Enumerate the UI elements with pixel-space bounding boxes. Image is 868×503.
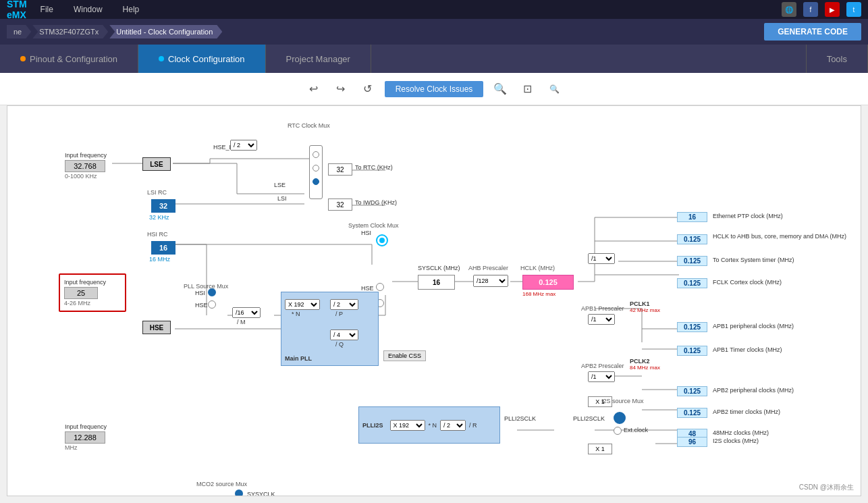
diagram-canvas: Input frequency 0-1000 KHz LSE LSI RC 32… (7, 106, 861, 496)
i2s-mux-radio-2[interactable] (614, 427, 622, 435)
to-rtc-label: To RTC (KHz) (355, 164, 393, 171)
i2s-mux-radio-1[interactable] (614, 412, 626, 424)
ahb-prescaler-select[interactable]: /128 (473, 275, 508, 287)
i2s-clocks-label: I2S clocks (MHz) (713, 438, 759, 444)
enable-css-button[interactable]: Enable CSS (383, 350, 426, 361)
plli2s-n-label: * N (429, 422, 437, 429)
hclk-max-label: 168 MHz max (522, 291, 555, 297)
rtc-radio-3[interactable] (313, 178, 319, 185)
breadcrumb-device[interactable]: STM32F407ZGTx (32, 25, 108, 38)
out-label-5: APB1 Timer clocks (MHz) (713, 346, 782, 353)
div4-select[interactable]: / 4 (330, 329, 358, 340)
pll-hse-radio[interactable] (208, 300, 216, 309)
x192-select[interactable]: X 192 (285, 299, 320, 310)
pclk1-label: PCLK1 (630, 300, 650, 307)
out-val-3: 0.125 (677, 278, 707, 288)
out-val-1: 0.125 (677, 234, 707, 244)
top-bar: STMeMX File Window Help 🌐 f ▶ t (0, 0, 868, 19)
apb1-prescaler-label: APB1 Prescaler (581, 305, 624, 312)
i2s-val-box: 96 (677, 437, 707, 447)
lsi-khz-label: 32 KHz (149, 214, 169, 221)
toolbar: ↩ ↪ ↺ Resolve Clock Issues 🔍 ⊡ 🔍 (0, 73, 868, 105)
out-val-5: 0.125 (677, 346, 707, 356)
tab-dot-pinout (20, 56, 26, 61)
zoom-fit-button[interactable]: ⊡ (517, 79, 537, 99)
redo-button[interactable]: ↪ (331, 79, 351, 99)
input-freq-bot-value[interactable] (65, 431, 105, 444)
out-label-2: To Cortex System timer (MHz) (713, 257, 794, 263)
to-iwdg-label: To IWDG (KHz) (355, 199, 397, 206)
input-freq-lse: Input frequency 0-1000 KHz (65, 152, 107, 180)
zoom-out-button[interactable]: 🔍 (544, 79, 564, 99)
div2-select[interactable]: / 2 (330, 299, 358, 310)
apb1-prescaler-select[interactable]: /1 (588, 314, 615, 325)
out-label-4: APB1 peripheral clocks (MHz) (713, 323, 794, 329)
tab-pinout[interactable]: Pinout & Configuration (0, 45, 138, 73)
plli2s-box: PLLI2S X 192 * N / 2 / R (358, 406, 500, 444)
plli2s-x192-select[interactable]: X 192 (390, 420, 425, 431)
youtube-icon[interactable]: ▶ (825, 2, 840, 17)
hsi-mux-label: HSI (361, 230, 371, 236)
pll-source-mux-label: PLL Source Mux (184, 283, 228, 290)
input-freq-hse-sublabel: 4-26 MHz (64, 300, 121, 307)
hse-mux-label: HSE (361, 285, 374, 292)
tab-bar: Pinout & Configuration Clock Configurati… (0, 45, 868, 73)
pll-hse-label: HSE (195, 302, 208, 309)
lsi-rc-section-label: LSI RC (147, 189, 167, 196)
breadcrumb-project[interactable]: Untitled - Clock Configuration (109, 25, 222, 38)
pclk2-label: PCLK2 (630, 358, 650, 365)
rtc-radio-1[interactable] (313, 151, 319, 158)
resolve-clock-button[interactable]: Resolve Clock Issues (385, 81, 484, 97)
tab-clock[interactable]: Clock Configuration (138, 45, 265, 73)
menu-window[interactable]: Window (74, 5, 103, 14)
input-freq-bottom: Input frequency MHz (65, 423, 107, 451)
hse-div2-select[interactable]: / 2 (230, 140, 257, 151)
sys-mux-hse[interactable] (376, 283, 384, 291)
undo-button[interactable]: ↩ (304, 79, 324, 99)
pll-hsi-radio[interactable] (208, 288, 216, 296)
input-freq-lse-value[interactable] (65, 160, 105, 172)
twitter-icon[interactable]: t (846, 2, 861, 17)
menu-file[interactable]: File (40, 5, 53, 14)
zoom-in-button[interactable]: 🔍 (490, 79, 510, 99)
hsi-rc-section-label: HSI RC (147, 231, 168, 238)
tab-tools[interactable]: Tools (806, 45, 868, 73)
facebook-icon[interactable]: f (803, 2, 818, 17)
social-icons: 🌐 f ▶ t (782, 2, 861, 17)
rtc-radio-2[interactable] (313, 165, 319, 171)
x1-box-2: X 1 (588, 444, 612, 454)
tab-dot-clock (159, 56, 164, 61)
globe-icon[interactable]: 🌐 (782, 2, 796, 17)
iwdg-val-box: 32 (328, 198, 352, 211)
apb2-prescaler-select[interactable]: /1 (588, 371, 615, 382)
sysclk-mco-label: SYSYCLK (247, 491, 275, 496)
clock-diagram: Input frequency 0-1000 KHz LSE LSI RC 32… (7, 105, 861, 496)
tab-project[interactable]: Project Manager (266, 45, 371, 73)
apb2-prescaler-label: APB2 Prescaler (581, 363, 624, 369)
div1-select-1[interactable]: /1 (588, 253, 615, 264)
hsi-value-box: 16 (151, 241, 175, 255)
hclk-label: HCLK (MHz) (520, 265, 555, 271)
input-freq-bot-sublabel: MHz (65, 444, 107, 451)
ahb-prescaler-label: AHB Prescaler (468, 265, 508, 271)
sys-mux-selected[interactable] (376, 234, 388, 246)
plli2s-div2-select[interactable]: / 2 (440, 420, 466, 431)
input-freq-hse-value[interactable] (64, 287, 98, 299)
hse-chip: HSE (142, 321, 171, 334)
menu-help[interactable]: Help (123, 5, 140, 14)
plli2s-r-label: / R (469, 422, 477, 429)
p-label: / P (335, 311, 343, 317)
mco2-radio-1[interactable] (235, 489, 243, 496)
sysclk-label: SYSCLK (MHz) (418, 265, 460, 271)
div16-select[interactable]: /16 (232, 307, 261, 318)
tab-pinout-label: Pinout & Configuration (30, 54, 117, 64)
tab-clock-label: Clock Configuration (168, 54, 244, 64)
breadcrumb-home[interactable]: ne (7, 25, 31, 38)
i2s-src-mux-label: I2S source Mux (601, 398, 644, 404)
out-val-4: 0.125 (677, 322, 707, 332)
out-val-0: 16 (677, 212, 707, 222)
tab-project-label: Project Manager (286, 54, 350, 64)
out-val-2: 0.125 (677, 256, 707, 266)
refresh-button[interactable]: ↺ (358, 79, 378, 99)
generate-code-button[interactable]: GENERATE CODE (764, 23, 861, 41)
